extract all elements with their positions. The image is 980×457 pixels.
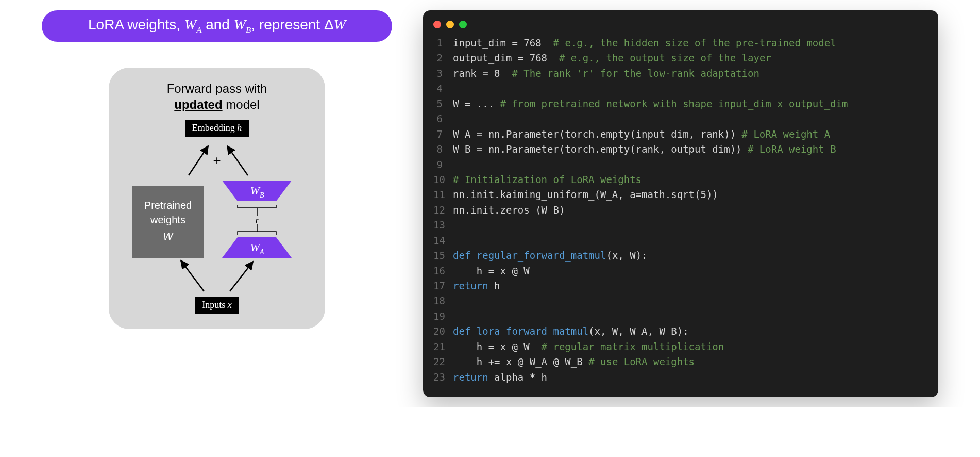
line-number: 11 [433,187,453,202]
left-panel: LoRA weights, WA and WB, represent ΔW Fo… [42,10,392,329]
code-content: input_dim = 768 # e.g., the hidden size … [453,36,836,51]
code-line: 9 [433,157,928,172]
code-line: 8W_B = nn.Parameter(torch.empty(rank, ou… [433,142,928,157]
line-number: 23 [433,370,453,385]
title-dw: W [334,17,346,32]
code-content: rank = 8 # The rank 'r' for the low-rank… [453,66,759,81]
fwd-updated: updated [174,97,222,111]
code-content: h += x @ W_A @ W_B # use LoRA weights [453,354,695,369]
code-editor: 1input_dim = 768 # e.g., the hidden size… [423,10,938,397]
line-number: 15 [433,248,453,263]
code-line: 1input_dim = 768 # e.g., the hidden size… [433,36,928,51]
code-content [453,218,459,233]
line-number: 16 [433,264,453,279]
code-line: 23return alpha * h [433,370,928,385]
code-line: 3rank = 8 # The rank 'r' for the low-ran… [433,66,928,81]
window-traffic-lights [423,19,938,36]
code-content [453,309,459,324]
title-wb-sub: B [246,25,251,35]
inputs-label-box: Inputs x [195,297,239,314]
code-line: 15def regular_forward_matmul(x, W): [433,248,928,263]
maximize-icon[interactable] [459,21,467,28]
code-line: 19 [433,309,928,324]
embedding-label-box: Embedding h [185,120,249,137]
code-content: W = ... # from pretrained network with s… [453,96,848,111]
code-area: 1input_dim = 768 # e.g., the hidden size… [423,36,938,385]
lora-flow-svg: + Pretrained weights W WB r WA [122,137,312,307]
close-icon[interactable] [433,21,441,28]
code-line: 13 [433,218,928,233]
line-number: 19 [433,309,453,324]
code-line: 2output_dim = 768 # e.g., the output siz… [433,51,928,66]
inputs-word: Inputs [202,300,228,310]
code-content: W_A = nn.Parameter(torch.empty(input_dim… [453,127,830,142]
code-content [453,233,459,248]
code-line: 7W_A = nn.Parameter(torch.empty(input_di… [433,127,928,142]
code-content: nn.init.zeros_(W_B) [453,203,565,218]
code-line: 4 [433,81,928,96]
code-content [453,111,459,126]
minimize-icon[interactable] [446,21,454,28]
code-content: nn.init.kaiming_uniform_(W_A, a=math.sqr… [453,187,718,202]
line-number: 8 [433,142,453,157]
embedding-var: h [237,123,242,133]
code-line: 17return h [433,279,928,293]
rank-label: r [255,215,259,225]
line-number: 9 [433,157,453,172]
code-content: def regular_forward_matmul(x, W): [453,248,648,263]
line-number: 14 [433,233,453,248]
line-number: 3 [433,66,453,81]
line-number: 13 [433,218,453,233]
line-number: 6 [433,111,453,126]
pretrained-var: W [163,231,174,242]
code-content [453,157,459,172]
code-line: 10# Initialization of LoRA weights [433,172,928,187]
fwd-line1: Forward pass with [167,81,267,95]
code-content: # Initialization of LoRA weights [453,172,641,187]
title-mid: and [201,17,233,32]
line-number: 22 [433,354,453,369]
code-content: return alpha * h [453,370,547,385]
code-content: h = x @ W [453,264,530,279]
line-number: 21 [433,339,453,354]
code-content [453,81,459,96]
code-content [453,293,459,308]
code-line: 22 h += x @ W_A @ W_B # use LoRA weights [433,354,928,369]
code-line: 18 [433,293,928,308]
title-text-prefix: LoRA weights, [88,17,184,32]
code-line: 12nn.init.zeros_(W_B) [433,203,928,218]
arrow-pretrained-to-plus [189,146,208,175]
inputs-var: x [228,300,232,310]
code-line: 20def lora_forward_matmul(x, W, W_A, W_B… [433,324,928,339]
line-number: 1 [433,36,453,51]
code-line: 5W = ... # from pretrained network with … [433,96,928,111]
line-number: 10 [433,172,453,187]
line-number: 5 [433,96,453,111]
code-content: return h [453,279,500,293]
code-line: 16 h = x @ W [433,264,928,279]
line-number: 4 [433,81,453,96]
line-number: 7 [433,127,453,142]
pretrained-l2: weights [150,214,185,225]
code-content: W_B = nn.Parameter(torch.empty(rank, out… [453,142,836,157]
line-number: 18 [433,293,453,308]
line-number: 2 [433,51,453,66]
title-suffix: , represent Δ [251,17,333,32]
title-wa-base: W [184,17,196,32]
code-content: h = x @ W # regular matrix multiplicatio… [453,339,724,354]
arrow-input-to-wa [230,262,253,291]
code-content: def lora_forward_matmul(x, W, W_A, W_B): [453,324,689,339]
pretrained-l1: Pretrained [144,200,192,211]
line-number: 12 [433,203,453,218]
code-line: 11nn.init.kaiming_uniform_(W_A, a=math.s… [433,187,928,202]
plus-symbol: + [213,153,221,168]
code-content: output_dim = 768 # e.g., the output size… [453,51,771,66]
forward-pass-heading: Forward pass with updated model [167,80,267,112]
line-number: 20 [433,324,453,339]
title-wa-sub: A [196,25,201,35]
fwd-model: model [223,97,260,111]
wb-bracket [238,205,276,208]
arrow-lora-to-plus [227,146,248,175]
diagram-card: Forward pass with updated model Embeddin… [109,68,325,329]
line-number: 17 [433,279,453,293]
